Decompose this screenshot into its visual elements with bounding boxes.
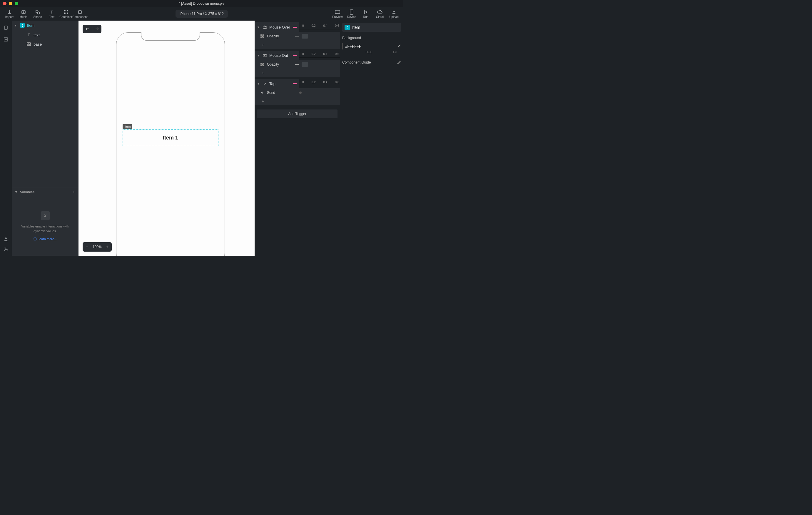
zoom-in-button[interactable]: + — [104, 243, 111, 250]
component-guide-row[interactable]: Component Guide — [342, 59, 401, 65]
timeline-ruler: 00.20.40.6 — [299, 51, 340, 58]
window-title: * [Asset] Dropdown menu.pie — [179, 1, 224, 6]
svg-text:T: T — [51, 10, 53, 15]
text-layer-icon: T — [26, 32, 32, 38]
variable-placeholder-icon: x — [41, 211, 50, 220]
media-button[interactable]: Media — [17, 8, 31, 20]
trigger-block: ▼ Mouse Out 00.20.40.6 Opacity+ — [255, 51, 340, 77]
trigger-header[interactable]: ▼ Tap — [255, 79, 299, 88]
toolbar-left: Import Media Shape T Text Container Comp… — [2, 8, 87, 20]
timeline-dot[interactable] — [299, 91, 301, 94]
shape-button[interactable]: Shape — [31, 8, 45, 20]
import-button[interactable]: Import — [2, 8, 17, 20]
svg-rect-26 — [260, 34, 262, 36]
layers-panel: ▼ Item T text base ▼ Variables ＋ x Varia… — [12, 21, 79, 256]
user-icon[interactable] — [3, 236, 9, 242]
cloud-icon — [377, 9, 383, 15]
trigger-bar-icon — [293, 27, 297, 28]
add-trigger-button[interactable]: Add Trigger — [257, 109, 338, 118]
chevron-down-icon: ▼ — [15, 190, 18, 194]
svg-rect-36 — [260, 65, 262, 66]
trigger-action[interactable]: Opacity — [255, 60, 340, 69]
minimize-window[interactable] — [9, 2, 12, 5]
svg-rect-35 — [262, 64, 263, 65]
trigger-block: ▼ Mouse Over 00.20.40.6 Opacity+ — [255, 22, 340, 49]
run-button[interactable]: Run — [359, 8, 373, 20]
layer-item-root[interactable]: ▼ Item — [12, 21, 79, 30]
svg-point-10 — [64, 13, 65, 14]
zoom-out-button[interactable]: − — [83, 243, 91, 250]
preview-button[interactable]: Preview — [330, 8, 345, 20]
add-action-button[interactable]: + — [255, 40, 340, 49]
svg-point-5 — [65, 10, 66, 11]
add-action-button[interactable]: + — [255, 97, 340, 105]
maximize-window[interactable] — [15, 2, 18, 5]
svg-point-4 — [64, 10, 65, 11]
svg-rect-16 — [4, 26, 7, 29]
svg-point-12 — [67, 13, 68, 14]
checker-icon — [260, 34, 265, 38]
run-icon — [363, 9, 369, 15]
traffic-lights — [0, 2, 18, 5]
variables-empty-state: x Variables enable interactions with dyn… — [12, 197, 79, 256]
svg-rect-37 — [263, 65, 264, 66]
left-rail — [0, 21, 12, 256]
nav-back-button[interactable] — [83, 25, 92, 33]
text-icon: T — [49, 9, 55, 15]
edit-icon[interactable] — [397, 60, 401, 64]
chevron-down-icon: ▼ — [257, 54, 260, 57]
close-window[interactable] — [3, 2, 6, 5]
rail-add-icon[interactable] — [3, 36, 9, 43]
add-action-button[interactable]: + — [255, 69, 340, 77]
svg-point-9 — [67, 11, 68, 12]
layer-base[interactable]: base — [12, 39, 79, 49]
device-notch — [141, 32, 200, 40]
svg-rect-29 — [260, 37, 262, 38]
dash-icon — [295, 36, 299, 36]
zoom-value: 100% — [91, 245, 104, 249]
canvas-nav — [83, 25, 102, 33]
layer-text[interactable]: T text — [12, 30, 79, 39]
device-button[interactable]: Device — [345, 8, 359, 20]
titlebar: * [Asset] Dropdown menu.pie — [0, 0, 403, 7]
trigger-action[interactable]: Opacity — [255, 32, 340, 40]
color-swatch[interactable] — [342, 43, 343, 49]
nav-forward-button[interactable] — [92, 25, 102, 33]
rail-pages-icon[interactable] — [3, 25, 9, 31]
container-button[interactable]: Container — [59, 8, 73, 20]
text-button[interactable]: T Text — [45, 8, 59, 20]
svg-point-19 — [5, 249, 6, 250]
cloud-button[interactable]: Cloud — [373, 8, 387, 20]
component-badge-icon — [20, 22, 25, 28]
svg-rect-30 — [263, 37, 264, 38]
canvas[interactable]: Item Item 1 − 100% + — [79, 21, 255, 256]
eyedropper-icon[interactable] — [397, 44, 401, 49]
trigger-action[interactable]: Send — [255, 88, 340, 97]
background-row — [342, 43, 401, 49]
svg-point-8 — [65, 11, 66, 12]
svg-rect-15 — [350, 10, 353, 15]
checker-icon — [260, 62, 265, 67]
component-badge-icon — [345, 25, 350, 30]
svg-rect-28 — [262, 36, 263, 37]
chevron-down-icon: ▼ — [257, 82, 260, 85]
trigger-header[interactable]: ▼ Mouse Out — [255, 51, 299, 60]
upload-button[interactable]: Upload — [387, 8, 401, 20]
timeline-chip[interactable] — [301, 62, 308, 67]
component-button[interactable]: Component — [73, 8, 87, 20]
trigger-bar-icon — [293, 83, 297, 84]
preview-icon — [335, 9, 341, 15]
selected-component[interactable]: Item 1 — [123, 130, 219, 146]
device-selector[interactable]: iPhone 11 Pro / X 375 x 812 — [175, 10, 228, 18]
import-icon — [6, 9, 12, 15]
add-variable-button[interactable]: ＋ — [72, 190, 76, 194]
trigger-header[interactable]: ▼ Mouse Over — [255, 22, 299, 32]
color-sublabels: HEX Fill — [342, 51, 401, 54]
learn-more-link[interactable]: ⓘ Learn more... — [33, 237, 57, 241]
image-layer-icon — [26, 41, 32, 47]
timeline-chip[interactable] — [301, 34, 308, 38]
settings-icon[interactable] — [3, 246, 9, 252]
hex-input[interactable] — [345, 44, 395, 49]
tap-icon — [262, 81, 267, 86]
variables-header[interactable]: ▼ Variables ＋ — [12, 187, 79, 197]
